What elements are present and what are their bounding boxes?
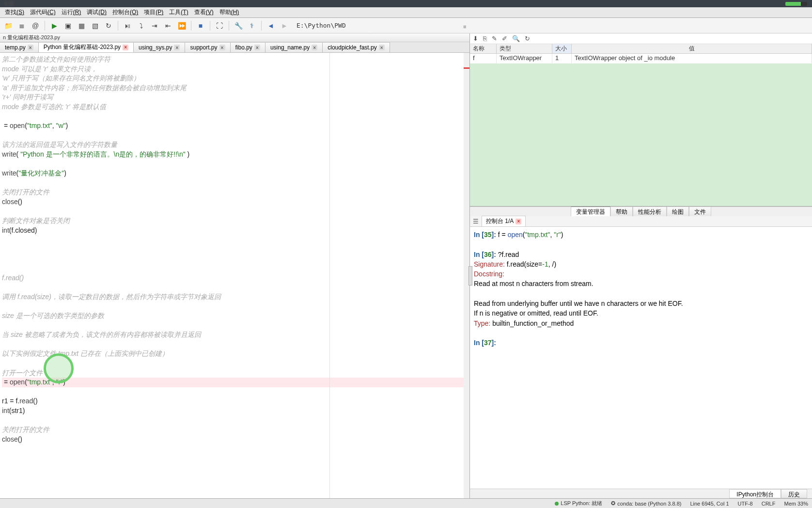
refresh-icon[interactable]: ↻ xyxy=(525,35,530,42)
folder-icon[interactable]: 📁 xyxy=(3,20,14,31)
close-icon[interactable]: × xyxy=(515,219,521,224)
ipython-console[interactable]: In [35]: f = open("tmp.txt", "r") In [36… xyxy=(470,227,812,489)
code-line[interactable]: 关闭打开的文件 xyxy=(2,188,468,197)
download-icon[interactable]: ⬇ xyxy=(473,35,478,42)
forward-icon[interactable]: ► xyxy=(279,20,290,31)
status-mem[interactable]: Mem 33% xyxy=(784,501,808,507)
code-line[interactable]: 当 size 被忽略了或者为负，该文件的所有内容都将被读取并且返回 xyxy=(2,330,468,340)
code-line[interactable]: r1 = f.read() xyxy=(2,397,468,406)
code-line[interactable] xyxy=(2,302,468,311)
close-icon[interactable]: × xyxy=(123,45,128,50)
editor-tab[interactable]: using_sys.py× xyxy=(134,42,185,52)
console-bottom-tab[interactable]: 历史 xyxy=(781,489,807,498)
code-line[interactable]: size 是一个可选的数字类型的参数 xyxy=(2,311,468,321)
step-over-icon[interactable]: ⤵ xyxy=(136,20,146,31)
code-line[interactable]: close() xyxy=(2,435,468,444)
edit-icon[interactable]: ✐ xyxy=(502,35,507,42)
code-line[interactable] xyxy=(2,235,468,245)
splitter-handle[interactable] xyxy=(468,266,472,286)
variable-row[interactable]: fTextIOWrapper1TextIOWrapper object of _… xyxy=(470,54,812,64)
console-tab[interactable]: 控制台 1/A × xyxy=(482,216,526,227)
run-all-icon[interactable]: ▧ xyxy=(90,20,100,31)
code-line[interactable]: close() xyxy=(2,197,468,207)
right-tab[interactable]: 绘图 xyxy=(667,206,689,216)
console-menu-icon[interactable]: ☰ xyxy=(472,218,480,225)
path-field[interactable]: E:\Python\PWD xyxy=(293,22,809,29)
stop-icon[interactable]: ■ xyxy=(195,20,206,31)
col-type[interactable]: 类型 xyxy=(497,44,552,53)
right-tab[interactable]: 帮助 xyxy=(610,206,633,216)
right-tab[interactable]: 性能分析 xyxy=(633,206,667,216)
run-step-icon[interactable]: ▦ xyxy=(76,20,87,31)
code-line[interactable]: = open("tmp.txt", "r") xyxy=(2,378,468,387)
refresh-icon[interactable]: ↻ xyxy=(103,20,114,31)
menu-控制台[interactable]: 控制台(O) xyxy=(109,7,141,17)
menu-调试[interactable]: 调试(D) xyxy=(84,7,109,17)
console-bottom-tab[interactable]: IPython控制台 xyxy=(729,489,781,498)
delete-icon[interactable]: ✎ xyxy=(492,35,497,42)
code-line[interactable]: 判断文件对象是否关闭 xyxy=(2,216,468,226)
code-line[interactable]: 第二个参数描述文件如何使用的字符 xyxy=(2,55,468,64)
code-line[interactable]: 'r+' 同时用于读写 xyxy=(2,93,468,102)
editor-tab[interactable]: cloudpickle_fast.py× xyxy=(323,42,390,52)
code-line[interactable] xyxy=(2,207,468,217)
code-line[interactable]: 'a' 用于追加文件内容；所写的任何数据都会被自动增加到末尾 xyxy=(2,83,468,93)
error-marker[interactable] xyxy=(464,67,469,69)
code-line[interactable]: 打开一个文件 xyxy=(2,368,468,378)
back-icon[interactable]: ◄ xyxy=(265,20,276,31)
step-into-icon[interactable]: ⇥ xyxy=(149,20,160,31)
close-icon[interactable]: × xyxy=(174,45,180,50)
variable-explorer[interactable]: 名称 类型 大小 值 fTextIOWrapper1TextIOWrapper … xyxy=(470,44,812,206)
right-tab[interactable]: 文件 xyxy=(689,206,711,216)
step-out-icon[interactable]: ⇤ xyxy=(163,20,173,31)
run-cell-icon[interactable]: ▣ xyxy=(62,20,73,31)
code-line[interactable] xyxy=(2,387,468,397)
code-line[interactable] xyxy=(2,131,468,141)
at-icon[interactable]: @ xyxy=(30,20,41,31)
code-line[interactable]: int(f.closed) xyxy=(2,226,468,236)
menu-运行[interactable]: 运行(R) xyxy=(59,7,84,17)
code-editor[interactable]: 第二个参数描述文件如何使用的字符mode 可以是 'r' 如果文件只读，'w' … xyxy=(0,53,469,498)
copy-icon[interactable]: ⎘ xyxy=(483,35,487,42)
editor-tab[interactable]: support.py× xyxy=(185,42,230,52)
menu-帮助[interactable]: 帮助(H) xyxy=(217,7,242,17)
code-line[interactable] xyxy=(2,112,468,122)
code-line[interactable]: = open("tmp.txt", "w") xyxy=(2,121,468,131)
code-line[interactable]: write( "Python 是一个非常好的语言。\n是的，的确非常好!!\n"… xyxy=(2,150,468,159)
close-icon[interactable]: × xyxy=(254,45,260,50)
status-conda[interactable]: ✪ conda: base (Python 3.8.8) xyxy=(611,500,681,507)
code-line[interactable]: mode 可以是 'r' 如果文件只读， xyxy=(2,64,468,74)
close-icon[interactable]: × xyxy=(379,45,385,50)
editor-tab[interactable]: temp.py× xyxy=(0,42,39,52)
search-icon[interactable]: 🔍 xyxy=(512,35,520,42)
code-line[interactable] xyxy=(2,416,468,426)
code-line[interactable] xyxy=(2,245,468,254)
code-line[interactable] xyxy=(2,283,468,292)
settings-icon[interactable]: 🔧 xyxy=(233,20,244,31)
status-lsp[interactable]: LSP Python: 就绪 xyxy=(555,500,602,507)
continue-icon[interactable]: ⏩ xyxy=(176,20,187,31)
code-line[interactable]: 以下实例假定文件 tmp.txt 已存在（上面实例中已创建） xyxy=(2,349,468,359)
editor-tab[interactable]: using_name.py× xyxy=(265,42,323,52)
code-line[interactable] xyxy=(2,340,468,349)
menu-项目[interactable]: 项目(P) xyxy=(141,7,166,17)
editor-options-icon[interactable]: ≡ xyxy=(463,24,469,30)
code-line[interactable]: f.read() xyxy=(2,273,468,283)
col-name[interactable]: 名称 xyxy=(470,44,497,53)
code-line[interactable] xyxy=(2,359,468,368)
close-icon[interactable]: × xyxy=(312,45,317,50)
code-line[interactable] xyxy=(2,321,468,331)
list-icon[interactable]: ≣ xyxy=(16,20,27,31)
code-line[interactable]: 调用 f.read(size)，读取一定数目的数据，然后作为字符串或字节对象返回 xyxy=(2,292,468,302)
code-line[interactable] xyxy=(2,264,468,273)
status-line[interactable]: Line 6945, Col 1 xyxy=(690,501,729,507)
code-line[interactable] xyxy=(2,159,468,169)
debug-start-icon[interactable]: ⏯ xyxy=(122,20,133,31)
code-line[interactable] xyxy=(2,178,468,188)
close-icon[interactable]: × xyxy=(28,45,33,50)
editor-tab[interactable]: Python 量化编程基础-2023.py× xyxy=(39,42,134,52)
menu-工具[interactable]: 工具(T) xyxy=(166,7,191,17)
code-line[interactable]: mode 参数是可选的; 'r' 将是默认值 xyxy=(2,102,468,112)
editor-tab[interactable]: fibo.py× xyxy=(231,42,265,52)
menu-查找[interactable]: 查找(S) xyxy=(2,7,27,17)
